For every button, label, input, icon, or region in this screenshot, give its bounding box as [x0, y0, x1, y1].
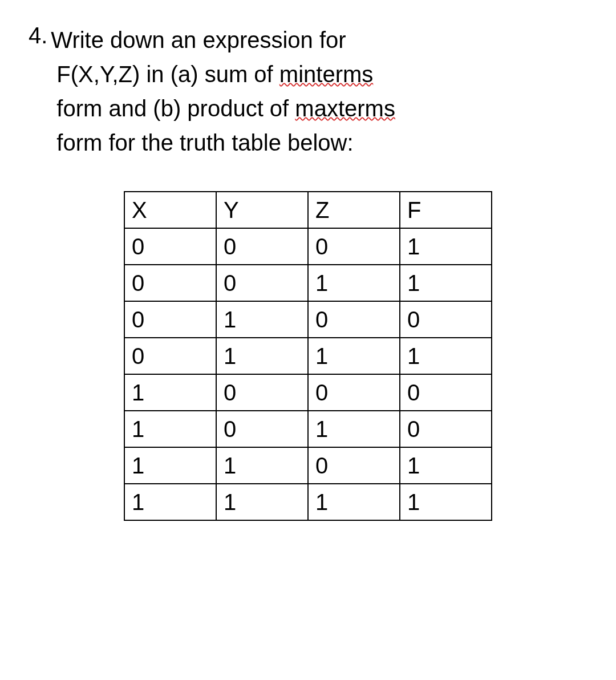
q-line3-pre: form and (b) product of — [56, 96, 295, 121]
cell: 0 — [124, 265, 216, 301]
col-header-y: Y — [216, 192, 308, 228]
cell: 0 — [124, 228, 216, 265]
table-row: 0 0 1 1 — [124, 265, 492, 301]
table-row: 1 1 0 1 — [124, 447, 492, 484]
cell: 1 — [400, 265, 492, 301]
cell: 1 — [124, 411, 216, 447]
cell: 0 — [216, 411, 308, 447]
cell: 0 — [308, 228, 400, 265]
cell: 0 — [124, 338, 216, 374]
cell: 0 — [400, 374, 492, 411]
q-maxterms: maxterms — [295, 96, 395, 121]
cell: 0 — [216, 374, 308, 411]
cell: 1 — [400, 447, 492, 484]
cell: 1 — [216, 484, 308, 520]
cell: 0 — [308, 374, 400, 411]
cell: 0 — [400, 301, 492, 338]
cell: 1 — [216, 447, 308, 484]
question-number: 4. — [29, 23, 47, 48]
cell: 1 — [216, 301, 308, 338]
q-line1: Write down an expression for — [51, 27, 346, 52]
cell: 1 — [308, 265, 400, 301]
cell: 0 — [216, 228, 308, 265]
q-func: F(X,Y,Z) — [56, 62, 140, 87]
cell: 0 — [308, 447, 400, 484]
q-minterms: minterms — [279, 62, 373, 87]
cell: 1 — [400, 228, 492, 265]
table-row: 1 1 1 1 — [124, 484, 492, 520]
cell: 1 — [308, 411, 400, 447]
cell: 1 — [308, 338, 400, 374]
cell: 1 — [400, 338, 492, 374]
col-header-z: Z — [308, 192, 400, 228]
cell: 1 — [216, 338, 308, 374]
cell: 1 — [308, 484, 400, 520]
col-header-f: F — [400, 192, 492, 228]
q-line4: form for the truth table below: — [56, 126, 587, 160]
q-line2-mid: in (a) sum of — [140, 62, 279, 87]
table-row: 1 0 1 0 — [124, 411, 492, 447]
cell: 1 — [400, 484, 492, 520]
cell: 1 — [124, 447, 216, 484]
cell: 0 — [124, 301, 216, 338]
table-row: 1 0 0 0 — [124, 374, 492, 411]
cell: 0 — [216, 265, 308, 301]
col-header-x: X — [124, 192, 216, 228]
table-header-row: X Y Z F — [124, 192, 492, 228]
cell: 0 — [400, 411, 492, 447]
question-block: 4. Write down an expression for F(X,Y,Z)… — [29, 23, 587, 160]
cell: 0 — [308, 301, 400, 338]
cell: 1 — [124, 374, 216, 411]
question-text: Write down an expression for F(X,Y,Z) in… — [51, 23, 587, 160]
table-row: 0 0 0 1 — [124, 228, 492, 265]
table-row: 0 1 1 1 — [124, 338, 492, 374]
truth-table: X Y Z F 0 0 0 1 0 0 1 1 0 1 0 0 0 1 1 1 … — [124, 191, 492, 521]
cell: 1 — [124, 484, 216, 520]
table-row: 0 1 0 0 — [124, 301, 492, 338]
